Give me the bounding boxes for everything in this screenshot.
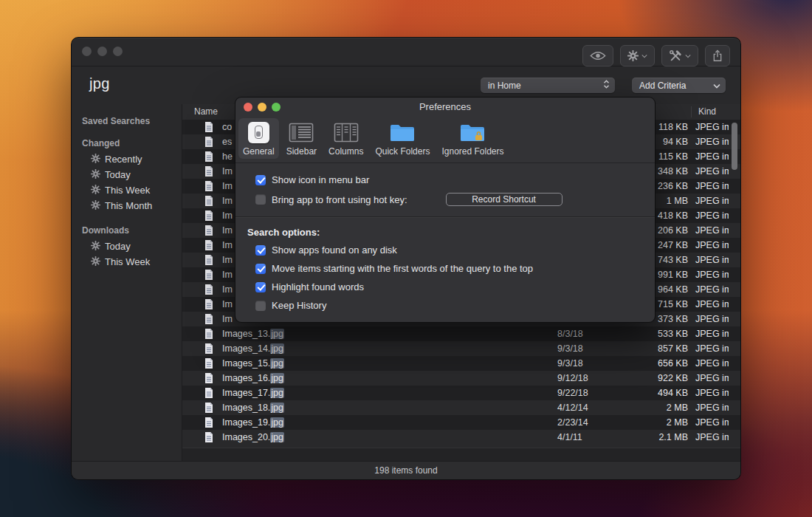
sidebar-item-label: This Week <box>105 256 150 267</box>
file-kind: JPEG ima <box>695 282 729 297</box>
sidebar-section-header: Changed <box>82 138 182 148</box>
record-shortcut-button[interactable]: Record Shortcut <box>446 193 562 206</box>
table-row[interactable]: Images_15.jpg9/3/18656 KBJPEG ima <box>182 356 740 371</box>
file-kind: JPEG ima <box>695 341 729 356</box>
table-row[interactable]: Images_14.jpg9/3/18857 KBJPEG ima <box>182 341 740 356</box>
smart-search-gear-icon <box>91 154 100 165</box>
sidebar: Saved SearchesChangedRecentlyTodayThis W… <box>72 104 182 462</box>
file-size: 2 MB <box>629 400 688 415</box>
column-separator[interactable] <box>691 106 692 117</box>
vertical-scrollbar[interactable] <box>729 121 739 446</box>
share-button[interactable] <box>705 45 730 66</box>
sidebar-item-this-week[interactable]: This Week <box>72 182 182 198</box>
sidebar-item-label: This Month <box>105 200 152 211</box>
preferences-window-controls <box>244 103 281 112</box>
table-row[interactable]: Images_16.jpg9/12/18922 KBJPEG ima <box>182 371 740 386</box>
close-button[interactable] <box>244 103 252 112</box>
divider <box>235 216 655 217</box>
document-icon <box>204 299 213 309</box>
tools-icon <box>669 50 682 62</box>
chevron-up-down-icon <box>603 80 615 91</box>
sidebar-section-header: Saved Searches <box>82 116 182 126</box>
sidebar-item-this-month[interactable]: This Month <box>72 198 182 213</box>
file-name: Im <box>222 297 233 312</box>
zoom-window-button[interactable] <box>113 47 123 56</box>
table-row[interactable]: Images_13.jpg8/3/18533 KBJPEG ima <box>182 326 740 341</box>
tab-columns[interactable]: Columns <box>324 118 368 159</box>
checkbox-label: Highlight found words <box>272 281 364 292</box>
tab-ignored-folders[interactable]: Ignored Folders <box>437 118 508 159</box>
document-icon <box>204 403 213 413</box>
sidebar-item-this-week[interactable]: This Week <box>72 254 182 270</box>
minimize-window-button[interactable] <box>97 47 107 56</box>
tab-label: Columns <box>328 146 363 157</box>
preferences-title: Preferences <box>235 97 655 117</box>
file-size: 494 KB <box>629 386 688 400</box>
tab-general[interactable]: General <box>238 118 279 159</box>
status-text: 198 items found <box>374 465 437 476</box>
table-row[interactable]: Images_17.jpg9/22/18494 KBJPEG ima <box>182 386 740 400</box>
minimize-button[interactable] <box>258 103 266 112</box>
smart-search-gear-icon <box>91 169 100 181</box>
sidebar-section-header: Downloads <box>82 225 182 236</box>
file-date: 2/23/14 <box>557 415 588 430</box>
tab-sidebar[interactable]: Sidebar <box>282 118 321 159</box>
highlighted-match: jpg <box>270 432 284 442</box>
file-name: Im <box>222 194 233 208</box>
checkbox[interactable] <box>255 264 266 274</box>
table-row[interactable]: Images_19.jpg2/23/142 MBJPEG ima <box>182 415 740 430</box>
column-header-name[interactable]: Name <box>194 106 218 117</box>
add-criteria-select[interactable]: Add Criteria <box>632 78 726 93</box>
window-controls <box>82 47 123 56</box>
zoom-button[interactable] <box>272 103 281 112</box>
sidebar-item-today[interactable]: Today <box>72 167 182 182</box>
checkbox[interactable] <box>255 194 266 205</box>
file-name: Im <box>222 223 233 238</box>
highlighted-match: jpg <box>270 329 284 339</box>
table-row[interactable]: Images_20.jpg4/1/112.1 MBJPEG ima <box>182 430 740 445</box>
file-date: 8/3/18 <box>557 326 583 341</box>
sidebar-item-label: Today <box>105 169 131 180</box>
highlighted-match: jpg <box>270 358 284 369</box>
file-name: Im <box>222 253 233 267</box>
preview-button[interactable] <box>582 45 613 66</box>
sidebar-item-recently[interactable]: Recently <box>72 151 182 167</box>
search-scope-value: in Home <box>481 81 603 91</box>
file-kind: JPEG ima <box>695 326 729 341</box>
file-kind: JPEG ima <box>695 164 729 179</box>
document-icon <box>204 151 213 162</box>
table-row[interactable]: Images_18.jpg4/12/142 MBJPEG ima <box>182 400 740 415</box>
chevron-down-icon <box>713 81 726 91</box>
file-name: Im <box>222 238 233 253</box>
file-kind: JPEG ima <box>695 297 729 312</box>
checkbox[interactable] <box>255 282 266 292</box>
file-kind: JPEG ima <box>695 134 729 149</box>
scrollbar-thumb[interactable] <box>732 123 737 170</box>
column-header-kind[interactable]: Kind <box>698 106 716 117</box>
preferences-tabs: GeneralSidebarColumnsQuick FoldersIgnore… <box>235 117 655 163</box>
file-name: Images_14.jpg <box>222 341 284 356</box>
file-name: Images_19.jpg <box>222 415 284 430</box>
search-scope-select[interactable]: in Home <box>481 78 615 93</box>
action-menu-button[interactable] <box>620 45 655 66</box>
quick-folders-icon <box>389 121 416 144</box>
highlighted-match: jpg <box>270 403 284 413</box>
file-date: 9/12/18 <box>557 371 588 386</box>
sidebar-item-today[interactable]: Today <box>72 239 182 254</box>
tab-quick-folders[interactable]: Quick Folders <box>371 118 434 159</box>
file-name: Im <box>222 312 233 326</box>
checkbox[interactable] <box>255 175 266 185</box>
close-window-button[interactable] <box>82 47 92 56</box>
smart-search-gear-icon <box>91 256 100 268</box>
file-name: Images_17.jpg <box>222 386 284 400</box>
checkbox[interactable] <box>255 301 266 311</box>
tab-label: Sidebar <box>286 146 317 157</box>
checkbox[interactable] <box>255 245 266 256</box>
file-kind: JPEG ima <box>695 267 729 282</box>
smart-search-gear-icon <box>91 200 100 212</box>
file-kind: JPEG ima <box>695 356 729 371</box>
tools-menu-button[interactable] <box>661 45 698 66</box>
search-query-text[interactable]: jpg <box>89 75 110 92</box>
file-name: Images_13.jpg <box>222 326 284 341</box>
file-kind: JPEG ima <box>695 179 729 194</box>
